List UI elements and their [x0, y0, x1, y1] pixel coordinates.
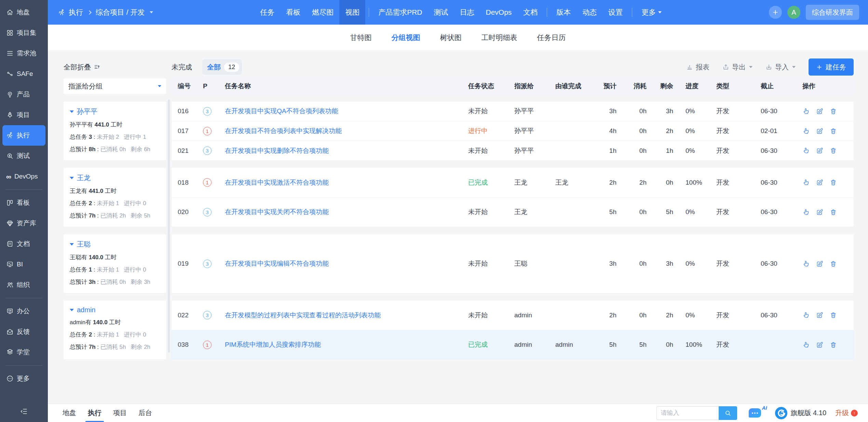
edit-icon[interactable] — [816, 108, 823, 115]
delete-icon[interactable] — [830, 312, 837, 319]
col-deadline[interactable]: 截止 — [761, 82, 802, 91]
group-toggle[interactable]: 孙平平 — [70, 107, 160, 116]
upgrade-button[interactable]: 升级 ↑ — [835, 408, 858, 418]
edit-icon[interactable] — [816, 147, 823, 154]
menu-item-tasks[interactable]: 任务 — [254, 0, 280, 25]
edit-icon[interactable] — [816, 341, 823, 348]
menu-item-log[interactable]: 日志 — [454, 0, 480, 25]
menu-item-doc[interactable]: 文档 — [517, 0, 543, 25]
export-button[interactable]: 导出 — [722, 63, 752, 72]
col-type[interactable]: 类型 — [716, 82, 761, 91]
edit-icon[interactable] — [816, 128, 823, 135]
sidebar-item-project[interactable]: 项目 — [0, 105, 48, 125]
sidebar-item-feedback[interactable]: 反馈 — [0, 321, 48, 342]
sidebar-item-org[interactable]: 组织 — [0, 275, 48, 295]
create-task-button[interactable]: 建任务 — [809, 58, 854, 76]
report-button[interactable]: 报表 — [686, 63, 709, 72]
footer-tab-execution[interactable]: 执行 — [82, 404, 107, 422]
assign-icon[interactable] — [802, 312, 810, 319]
tab-effort-detail[interactable]: 工时明细表 — [482, 33, 517, 42]
task-name-link[interactable]: PIM系统中增加人员搜索排序功能 — [225, 341, 321, 348]
assign-icon[interactable] — [802, 260, 810, 267]
group-by-select[interactable]: 指派给分组 — [64, 78, 166, 94]
menu-item-prd[interactable]: 产品需求PRD — [372, 0, 428, 25]
group-toggle[interactable]: admin — [70, 306, 160, 314]
menu-item-kanban[interactable]: 看板 — [280, 0, 306, 25]
task-name-link[interactable]: 在开发项目中实现关闭不符合项功能 — [225, 208, 329, 215]
collapse-all-button[interactable]: 全部折叠 — [64, 63, 166, 72]
task-name-link[interactable]: 在开发项目中实现删除不符合项功能 — [225, 147, 329, 154]
sidebar-item-assets[interactable]: 资产库 — [0, 213, 48, 234]
delete-icon[interactable] — [830, 260, 837, 267]
group-toggle[interactable]: 王龙 — [70, 173, 160, 183]
col-estimate[interactable]: 预计 — [598, 82, 629, 91]
assign-icon[interactable] — [802, 128, 810, 135]
col-priority[interactable]: P — [203, 82, 225, 90]
menu-item-build[interactable]: 版本 — [551, 0, 577, 25]
breadcrumb-section[interactable]: 执行 — [69, 8, 83, 17]
col-consumed[interactable]: 消耗 — [629, 82, 659, 91]
col-remaining[interactable]: 剩余 — [659, 82, 686, 91]
task-name-link[interactable]: 在开发项目不符合项列表中实现解决功能 — [225, 127, 342, 134]
sidebar-item-execution[interactable]: 执行 — [2, 125, 45, 146]
create-plus-button[interactable] — [769, 6, 782, 19]
group-toggle[interactable]: 王聪 — [70, 240, 160, 249]
sidebar-item-safe[interactable]: SAFe — [0, 64, 48, 84]
search-button[interactable] — [719, 406, 737, 420]
sidebar-item-devops[interactable]: ∞DevOps — [0, 166, 48, 187]
menu-item-burndown[interactable]: 燃尽图 — [306, 0, 339, 25]
sidebar-item-backlog[interactable]: 需求池 — [0, 43, 48, 64]
sidebar-item-program[interactable]: 项目集 — [0, 23, 48, 43]
col-id[interactable]: 编号 — [172, 82, 203, 91]
delete-icon[interactable] — [830, 341, 837, 348]
menu-item-more[interactable]: 更多 — [636, 0, 667, 25]
ai-assistant-button[interactable]: AI — [749, 408, 761, 418]
col-progress[interactable]: 进度 — [686, 82, 716, 91]
col-finisher[interactable]: 由谁完成 — [555, 82, 598, 91]
sidebar-item-dipan[interactable]: 地盘 — [0, 2, 48, 23]
sidebar-item-kanban[interactable]: 看板 — [0, 193, 48, 213]
menu-item-devops[interactable]: DevOps — [480, 0, 518, 25]
edit-icon[interactable] — [816, 209, 823, 216]
tab-task-calendar[interactable]: 任务日历 — [537, 33, 566, 42]
col-name[interactable]: 任务名称 — [225, 82, 468, 91]
assign-icon[interactable] — [802, 108, 810, 115]
sidebar-item-school[interactable]: 学堂 — [0, 342, 48, 362]
sidebar-item-bi[interactable]: BI — [0, 254, 48, 275]
tab-gantt[interactable]: 甘特图 — [350, 33, 372, 42]
sidebar-item-qa[interactable]: 测试 — [0, 146, 48, 166]
task-name-link[interactable]: 在开发项目中实现激活不符合项功能 — [225, 179, 329, 186]
filter-all[interactable]: 全部 12 — [202, 60, 242, 75]
sidebar-collapse-button[interactable] — [0, 401, 48, 422]
assign-icon[interactable] — [802, 179, 810, 186]
search-input[interactable] — [656, 406, 719, 420]
footer-tab-project[interactable]: 项目 — [107, 404, 133, 422]
sidebar-item-oa[interactable]: 办公 — [0, 301, 48, 321]
tab-tree[interactable]: 树状图 — [440, 33, 462, 42]
col-status[interactable]: 任务状态 — [468, 82, 514, 91]
menu-item-dynamic[interactable]: 动态 — [577, 0, 602, 25]
avatar[interactable]: A — [787, 6, 800, 19]
delete-icon[interactable] — [830, 108, 837, 115]
assign-icon[interactable] — [802, 341, 810, 348]
workspace-button[interactable]: 综合研发界面 — [806, 5, 859, 20]
menu-item-view[interactable]: 视图 — [339, 0, 365, 25]
task-name-link[interactable]: 在开发模型的过程列表中实现查看过程的活动列表功能 — [225, 312, 381, 319]
brand[interactable]: 旗舰版 4.10 — [775, 407, 826, 420]
delete-icon[interactable] — [830, 147, 837, 154]
assign-icon[interactable] — [802, 147, 810, 154]
sidebar-item-doc[interactable]: 文档 — [0, 234, 48, 254]
chevron-down-icon[interactable] — [150, 11, 153, 13]
assign-icon[interactable] — [802, 209, 810, 216]
edit-icon[interactable] — [816, 179, 823, 186]
edit-icon[interactable] — [816, 312, 823, 319]
tab-group-view[interactable]: 分组视图 — [392, 33, 420, 42]
delete-icon[interactable] — [830, 209, 837, 216]
menu-item-test[interactable]: 测试 — [428, 0, 454, 25]
breadcrumb-project[interactable]: 综合项目 / 开发 — [96, 8, 145, 17]
menu-item-settings[interactable]: 设置 — [602, 0, 628, 25]
task-name-link[interactable]: 在开发项目中实现QA不符合项列表功能 — [225, 107, 338, 115]
col-assignee[interactable]: 指派给 — [514, 82, 555, 91]
edit-icon[interactable] — [816, 260, 823, 267]
delete-icon[interactable] — [830, 128, 837, 135]
